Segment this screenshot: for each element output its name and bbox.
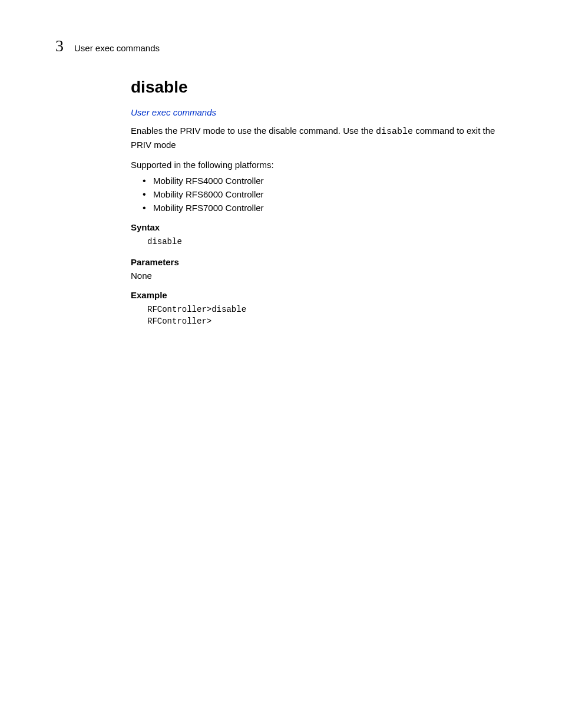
example-heading: Example xyxy=(131,290,514,300)
list-item: Mobility RFS4000 Controller xyxy=(143,176,514,186)
page-title: disable xyxy=(131,78,514,97)
parameters-value: None xyxy=(131,271,514,281)
header-section-name: User exec commands xyxy=(74,43,160,53)
description-text: Enables the PRIV mode to use the disable… xyxy=(131,124,514,151)
supported-platforms-label: Supported in the following platforms: xyxy=(131,160,514,170)
example-code: RFController>disable RFController> xyxy=(131,304,514,328)
list-item: Mobility RFS7000 Controller xyxy=(143,203,514,213)
page-header: 3 User exec commands xyxy=(55,37,160,55)
parameters-heading: Parameters xyxy=(131,257,514,267)
list-item: Mobility RFS6000 Controller xyxy=(143,189,514,199)
parent-section-link[interactable]: User exec commands xyxy=(131,107,514,117)
syntax-code: disable xyxy=(131,236,514,248)
main-content: disable User exec commands Enables the P… xyxy=(131,78,514,332)
chapter-number: 3 xyxy=(55,37,64,55)
syntax-heading: Syntax xyxy=(131,222,514,232)
platform-list: Mobility RFS4000 Controller Mobility RFS… xyxy=(131,176,514,213)
description-code: disable xyxy=(376,127,413,137)
description-pre: Enables the PRIV mode to use the disable… xyxy=(131,126,376,136)
